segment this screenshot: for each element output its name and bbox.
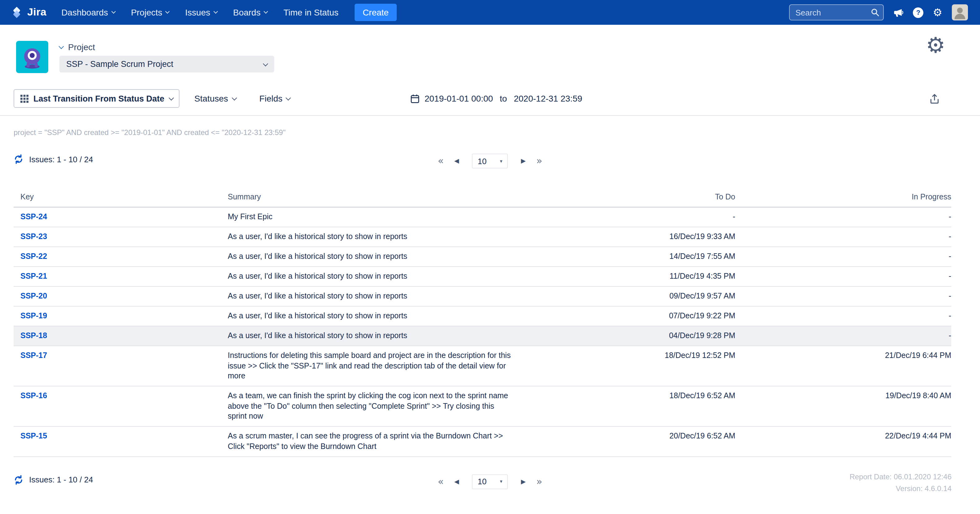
- issue-summary-cell: As a user, I'd like a historical story t…: [228, 286, 525, 306]
- report-type-button[interactable]: Last Transition From Status Date: [14, 89, 180, 108]
- next-page-button[interactable]: ▶: [521, 478, 526, 485]
- issue-todo-cell: 20/Dec/19 6:52 AM: [525, 426, 735, 457]
- issue-todo-cell: 18/Dec/19 12:52 PM: [525, 346, 735, 386]
- issue-key-link[interactable]: SSP-18: [21, 331, 47, 340]
- issue-todo-cell: 04/Dec/19 9:28 PM: [525, 326, 735, 346]
- issue-key-link[interactable]: SSP-17: [21, 351, 47, 360]
- nav-projects[interactable]: Projects: [131, 8, 169, 18]
- project-meta: Project SSP - Sample Scrum Project: [59, 41, 274, 73]
- next-page-button[interactable]: ▶: [521, 158, 526, 164]
- issues-count-group: Issues: 1 - 10 / 24: [14, 475, 93, 485]
- issue-inprogress-cell: -: [735, 306, 951, 326]
- issue-summary-cell: As a user, I'd like a historical story t…: [228, 247, 525, 267]
- issue-summary-cell: As a user, I'd like a historical story t…: [228, 227, 525, 247]
- issue-inprogress-cell: 22/Dec/19 4:44 PM: [735, 426, 951, 457]
- table-row: SSP-22 As a user, I'd like a historical …: [14, 247, 951, 267]
- issue-todo-cell: -: [525, 207, 735, 227]
- brand-name: Jira: [27, 6, 46, 19]
- nav-issues[interactable]: Issues: [185, 8, 217, 18]
- column-header-summary: Summary: [228, 189, 525, 207]
- issue-key-link[interactable]: SSP-23: [21, 232, 47, 241]
- search-icon[interactable]: [871, 8, 880, 17]
- jira-logo[interactable]: Jira: [10, 6, 46, 19]
- issue-key-link[interactable]: SSP-20: [21, 292, 47, 300]
- calendar-icon: [410, 94, 420, 103]
- first-page-button[interactable]: «: [438, 477, 444, 487]
- jira-logo-icon: [10, 6, 24, 19]
- nav-time-in-status[interactable]: Time in Status: [283, 8, 339, 18]
- user-avatar[interactable]: [951, 4, 967, 21]
- report-toolbar: Last Transition From Status Date Statuse…: [14, 89, 966, 108]
- bottom-pagination-row: Issues: 1 - 10 / 24 « ◀ 10 ▾ ▶ » Report …: [14, 473, 966, 498]
- project-select[interactable]: SSP - Sample Scrum Project: [59, 56, 274, 72]
- nav-dashboards[interactable]: Dashboards: [61, 8, 115, 18]
- refresh-icon[interactable]: [14, 154, 24, 164]
- column-header-inprogress: In Progress: [735, 189, 951, 207]
- issue-key-link[interactable]: SSP-15: [21, 432, 47, 440]
- gear-icon[interactable]: ⚙: [933, 7, 943, 18]
- table-row: SSP-19 As a user, I'd like a historical …: [14, 306, 951, 326]
- project-section-label: Project: [68, 42, 95, 52]
- refresh-icon[interactable]: [14, 475, 24, 485]
- issue-key-link[interactable]: SSP-24: [21, 212, 47, 221]
- prev-page-button[interactable]: ◀: [454, 158, 459, 164]
- search-input[interactable]: [789, 4, 884, 21]
- issue-key-link[interactable]: SSP-19: [21, 311, 47, 320]
- chevron-down-icon: [213, 9, 218, 14]
- page-size-select[interactable]: 10 ▾: [472, 474, 508, 489]
- nav-label: Issues: [185, 8, 210, 18]
- column-header-key: Key: [14, 189, 228, 207]
- issue-inprogress-cell: -: [735, 267, 951, 286]
- help-icon[interactable]: ?: [913, 7, 924, 18]
- date-range-picker[interactable]: 2019-01-01 00:00 to 2020-12-31 23:59: [410, 94, 582, 104]
- issue-summary-cell: As a scrum master, I can see the progres…: [228, 426, 525, 457]
- caret-down-icon: ▾: [500, 158, 502, 164]
- page-size-value: 10: [478, 477, 487, 486]
- announcements-megaphone-icon[interactable]: [893, 7, 904, 18]
- issue-inprogress-cell: 19/Dec/19 8:40 AM: [735, 386, 951, 426]
- report-type-label: Last Transition From Status Date: [33, 94, 164, 103]
- issue-key-cell: SSP-20: [14, 286, 228, 306]
- table-header-row: Key Summary To Do In Progress: [14, 189, 951, 207]
- issues-count: Issues: 1 - 10 / 24: [29, 475, 93, 484]
- issue-key-link[interactable]: SSP-16: [21, 391, 47, 400]
- page-size-select[interactable]: 10 ▾: [472, 153, 508, 168]
- settings-gear-icon[interactable]: ⚙: [926, 35, 945, 56]
- last-page-button[interactable]: »: [536, 477, 542, 487]
- issue-todo-cell: 14/Dec/19 7:55 AM: [525, 247, 735, 267]
- issue-key-link[interactable]: SSP-21: [21, 272, 47, 281]
- collapse-chevron-icon[interactable]: [59, 44, 64, 49]
- grid-icon: [21, 94, 29, 102]
- first-page-button[interactable]: «: [438, 156, 444, 166]
- issue-key-cell: SSP-24: [14, 207, 228, 227]
- issue-key-link[interactable]: SSP-22: [21, 252, 47, 261]
- main-navigation: Dashboards Projects Issues Boards Time i…: [61, 8, 339, 18]
- export-icon[interactable]: [929, 94, 939, 104]
- statuses-dropdown[interactable]: Statuses: [194, 94, 236, 104]
- navbar-right-cluster: ? ⚙: [789, 4, 968, 21]
- issue-key-cell: SSP-21: [14, 267, 228, 286]
- chevron-down-icon: [263, 61, 268, 66]
- fields-dropdown[interactable]: Fields: [259, 94, 290, 104]
- chevron-down-icon: [232, 95, 237, 100]
- issue-todo-cell: 07/Dec/19 9:22 PM: [525, 306, 735, 326]
- issue-key-cell: SSP-22: [14, 247, 228, 267]
- table-row: SSP-18 As a user, I'd like a historical …: [14, 326, 951, 346]
- last-page-button[interactable]: »: [536, 156, 542, 166]
- chevron-down-icon: [111, 9, 115, 14]
- chevron-down-icon: [286, 95, 291, 100]
- nav-boards[interactable]: Boards: [233, 8, 267, 18]
- prev-page-button[interactable]: ◀: [454, 478, 459, 485]
- date-from: 2019-01-01 00:00: [425, 94, 493, 104]
- issue-todo-cell: 11/Dec/19 4:35 PM: [525, 267, 735, 286]
- issue-key-cell: SSP-23: [14, 227, 228, 247]
- nav-label: Boards: [233, 8, 261, 18]
- table-row: SSP-23 As a user, I'd like a historical …: [14, 227, 951, 247]
- help-glyph: ?: [916, 9, 920, 16]
- jql-query-text: project = "SSP" AND created >= "2019-01-…: [14, 128, 966, 137]
- page-size-value: 10: [478, 156, 487, 166]
- issue-inprogress-cell: -: [735, 227, 951, 247]
- jira-app: Jira Dashboards Projects Issues Boards T…: [0, 0, 980, 514]
- issues-table-body: SSP-24 My First Epic - - SSP-23 As a use…: [14, 207, 951, 457]
- create-button[interactable]: Create: [355, 4, 397, 21]
